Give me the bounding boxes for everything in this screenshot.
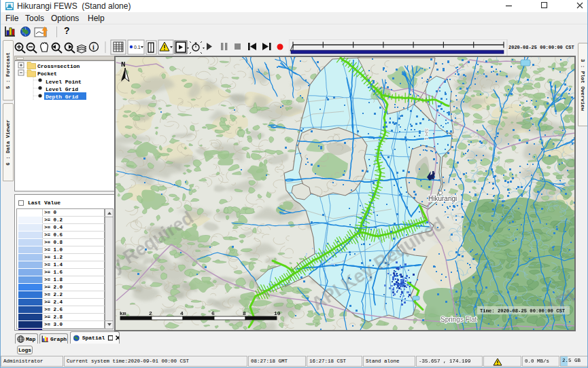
- svg-text:Cross=section: Cross=section: [37, 63, 80, 69]
- svg-text:N: N: [121, 60, 126, 69]
- svg-text:SH 1: SH 1: [423, 128, 430, 141]
- svg-text:Level Point: Level Point: [46, 79, 82, 85]
- svg-text:i: i: [92, 43, 94, 51]
- svg-text:Hikurangi: Hikurangi: [428, 195, 457, 202]
- svg-text:Springs Flat: Springs Flat: [440, 316, 477, 323]
- svg-text:Depth Grid: Depth Grid: [46, 94, 78, 100]
- svg-text:0.1: 0.1: [134, 45, 141, 50]
- svg-text:2: 2: [149, 310, 152, 316]
- svg-text:6: 6: [211, 310, 215, 316]
- svg-text:4: 4: [180, 310, 184, 316]
- svg-text:Pocket: Pocket: [37, 71, 57, 77]
- svg-text:km: km: [120, 310, 126, 316]
- svg-text:8: 8: [243, 310, 246, 316]
- svg-text:10: 10: [274, 310, 281, 316]
- svg-text:Time: 2020-08-25 00:00:00 CST: Time: 2020-08-25 00:00:00 CST: [480, 308, 566, 314]
- svg-text:Level Grid: Level Grid: [46, 86, 78, 92]
